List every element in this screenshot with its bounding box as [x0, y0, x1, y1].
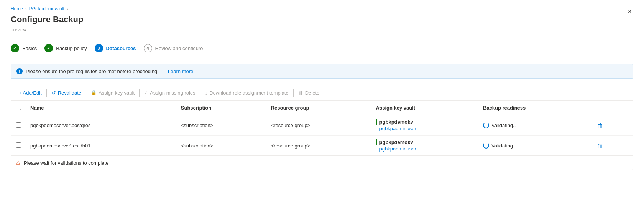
lock-icon: 🔒 [91, 90, 97, 95]
assign-key-vault-label: Assign key vault [99, 90, 135, 96]
row1-key-vault: pgbkpdemokv pgbkpadminuser [371, 115, 478, 136]
checkmark-icon-2: ✓ [47, 46, 51, 51]
delete-icon: 🗑 [298, 90, 303, 96]
row1-kv-user[interactable]: pgbkpadminuser [376, 126, 474, 131]
more-options-icon[interactable]: ··· [86, 16, 95, 26]
datasources-table: Name Subscription Resource group Assign … [11, 101, 633, 155]
col-header-backup-readiness: Backup readiness [478, 101, 591, 115]
breadcrumb-sep-1: › [25, 7, 27, 11]
row2-validating-text: Validating.. [491, 143, 516, 149]
footer-warning-text: Please wait for validations to complete [24, 160, 108, 166]
row1-checkbox-cell [11, 115, 26, 136]
assign-missing-roles-label: Assign missing roles [150, 90, 196, 96]
banner-text: Please ensure the pre-requisites are met… [26, 69, 160, 74]
toolbar-sep-4 [200, 89, 200, 97]
row1-validating-cell: Validating.. [483, 122, 586, 128]
row1-checkbox[interactable] [16, 122, 21, 128]
row1-backup-readiness: Validating.. [478, 115, 591, 136]
delete-label: Delete [305, 90, 320, 96]
row1-action-cell: 🗑 [591, 115, 633, 136]
info-icon: i [16, 68, 23, 74]
revalidate-icon: ↺ [51, 90, 56, 96]
download-icon: ↓ [205, 90, 208, 96]
page-header: Configure Backup ··· [11, 15, 633, 26]
warning-icon: ⚠ [16, 160, 21, 166]
table-footer: ⚠ Please wait for validations to complet… [11, 155, 633, 170]
row2-key-vault-cell: pgbkpdemokv pgbkpadminuser [376, 139, 474, 152]
breadcrumb-vault[interactable]: PGbkpdemovault [29, 6, 64, 11]
row2-validating-cell: Validating.. [483, 142, 586, 149]
select-all-checkbox[interactable] [16, 105, 21, 110]
page-subtitle: preview [11, 27, 633, 33]
row2-resource-group: <resource group> [266, 136, 371, 156]
info-banner: i Please ensure the pre-requisites are m… [11, 64, 633, 79]
row2-kv-user[interactable]: pgbkpadminuser [376, 146, 474, 152]
table-header-row: Name Subscription Resource group Assign … [11, 101, 633, 115]
assign-key-vault-button[interactable]: 🔒 Assign key vault [88, 88, 138, 97]
step-label-backup-policy: Backup policy [56, 46, 87, 51]
header-checkbox-cell [11, 101, 26, 115]
row2-delete-button[interactable]: 🗑 [595, 142, 606, 150]
wizard-step-basics[interactable]: ✓ Basics [11, 40, 44, 56]
revalidate-label: Revalidate [58, 90, 81, 96]
col-header-actions [591, 101, 633, 115]
step-label-basics: Basics [22, 46, 37, 51]
wizard-step-backup-policy[interactable]: ✓ Backup policy [44, 40, 94, 56]
toolbar: + Add/Edit ↺ Revalidate 🔒 Assign key vau… [11, 85, 633, 101]
wizard-step-datasources[interactable]: 3 Datasources [95, 40, 144, 56]
col-header-resource-group: Resource group [266, 101, 371, 115]
row1-delete-button[interactable]: 🗑 [595, 121, 606, 129]
row1-resource-group: <resource group> [266, 115, 371, 136]
checkmark-icon: ✓ [13, 46, 17, 51]
toolbar-sep-2 [86, 89, 86, 97]
add-edit-button[interactable]: + Add/Edit [16, 88, 45, 97]
download-template-button[interactable]: ↓ Download role assignment template [202, 88, 292, 97]
toolbar-sep-1 [46, 89, 47, 97]
row2-key-vault: pgbkpdemokv pgbkpadminuser [371, 136, 478, 156]
row2-kv-name: pgbkpdemokv [376, 139, 474, 145]
close-button[interactable]: × [626, 6, 633, 17]
row1-kv-name: pgbkpdemokv [376, 119, 474, 125]
step-circle-backup-policy: ✓ [44, 44, 53, 52]
delete-button[interactable]: 🗑 Delete [295, 88, 323, 97]
row2-name: pgbkpdemoserver\testdb01 [26, 136, 176, 156]
breadcrumb-sep-2: › [67, 7, 68, 11]
row2-action-cell: 🗑 [591, 136, 633, 156]
checkmark-toolbar-icon: ✓ [144, 90, 148, 95]
row2-subscription: <subscription> [176, 136, 266, 156]
download-template-label: Download role assignment template [209, 90, 289, 96]
step-circle-review: 4 [144, 44, 152, 52]
step-number-review: 4 [147, 46, 149, 51]
row2-checkbox[interactable] [16, 142, 21, 148]
row1-key-vault-cell: pgbkpdemokv pgbkpadminuser [376, 119, 474, 131]
row2-backup-readiness: Validating.. [478, 136, 591, 156]
wizard-steps: ✓ Basics ✓ Backup policy 3 Datasources 4… [11, 40, 633, 56]
step-circle-basics: ✓ [11, 44, 19, 52]
step-label-review: Review and configure [155, 46, 203, 51]
page-title: Configure Backup [11, 15, 83, 25]
revalidate-button[interactable]: ↺ Revalidate [48, 88, 84, 97]
row1-validating-spinner [483, 122, 489, 128]
toolbar-sep-5 [293, 89, 294, 97]
learn-more-link[interactable]: Learn more [168, 69, 193, 74]
table-row: pgbkpdemoserver\postgres <subscription> … [11, 115, 633, 136]
wizard-step-review[interactable]: 4 Review and configure [144, 40, 211, 56]
row1-validating-text: Validating.. [491, 123, 516, 128]
col-header-key-vault: Assign key vault [371, 101, 478, 115]
step-label-datasources: Datasources [106, 46, 136, 51]
table-row: pgbkpdemoserver\testdb01 <subscription> … [11, 136, 633, 156]
datasources-table-card: + Add/Edit ↺ Revalidate 🔒 Assign key vau… [11, 85, 633, 170]
toolbar-sep-3 [139, 89, 140, 97]
row1-subscription: <subscription> [176, 115, 266, 136]
col-header-subscription: Subscription [176, 101, 266, 115]
row1-name: pgbkpdemoserver\postgres [26, 115, 176, 136]
breadcrumb: Home › PGbkpdemovault › [11, 6, 633, 11]
breadcrumb-home[interactable]: Home [11, 6, 23, 11]
row2-validating-spinner [483, 142, 489, 149]
assign-missing-roles-button[interactable]: ✓ Assign missing roles [141, 88, 199, 97]
step-number-datasources: 3 [97, 46, 100, 51]
col-header-name: Name [26, 101, 176, 115]
row2-checkbox-cell [11, 136, 26, 156]
step-circle-datasources: 3 [95, 44, 103, 52]
add-edit-label: + Add/Edit [19, 90, 42, 96]
